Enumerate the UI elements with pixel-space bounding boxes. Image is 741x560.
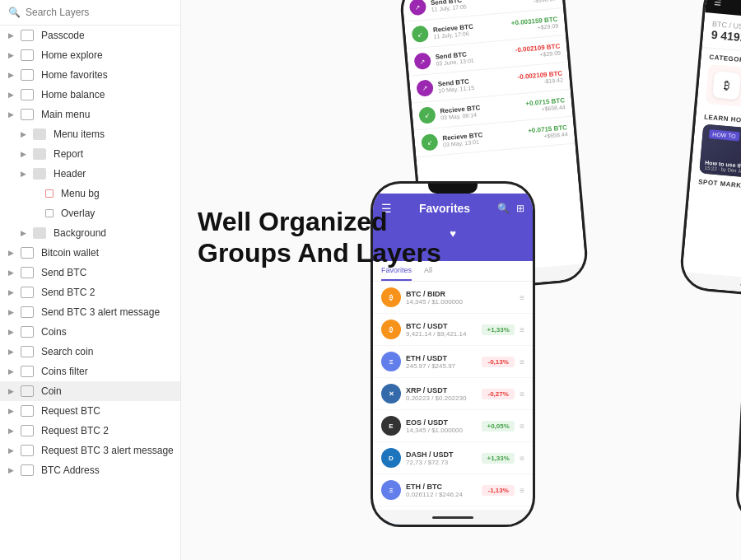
layer-item-menu-items[interactable]: ▶Menu items [0, 124, 180, 144]
coin-menu-icon[interactable]: ≡ [520, 293, 524, 302]
chevron-icon: ▶ [21, 130, 29, 138]
layer-item-coins-filter[interactable]: ▶Coins filter [0, 362, 180, 381]
layer-item-header[interactable]: ▶Header [0, 164, 180, 184]
layer-label: Bitcoin wallet [41, 247, 99, 259]
layer-label: Background [54, 227, 106, 239]
layer-item-main-menu[interactable]: ▶Main menu [0, 105, 180, 124]
layer-label: Overlay [61, 208, 95, 219]
layer-item-btc-address[interactable]: ▶BTC Address [0, 460, 180, 480]
layer-item-passcode[interactable]: ▶Passcode [0, 26, 180, 45]
layer-item-home-favorites[interactable]: ▶Home favorites [0, 65, 180, 85]
layers-panel: 🔍 ▶Passcode▶Home explore▶Home favorites▶… [0, 0, 181, 560]
layer-phone-icon [21, 464, 34, 476]
chevron-icon: ▶ [8, 407, 16, 415]
phone-mockup-4: ☰ Favorites ✓ Account balance $22 490.00… [734, 276, 741, 530]
layer-phone-icon [21, 445, 34, 456]
layer-folder-icon [33, 168, 46, 180]
layer-item-menu-bg[interactable]: Menu bg [0, 184, 180, 203]
coin-menu-icon[interactable]: ≡ [520, 325, 524, 334]
layer-item-send-btc[interactable]: ▶Send BTC [0, 263, 180, 282]
chevron-icon: ▶ [8, 51, 16, 59]
layer-item-bitcoin-wallet[interactable]: ▶Bitcoin wallet [0, 243, 180, 263]
fav-icons: 🔍 ⊞ [497, 203, 524, 214]
coin-logo: ✕ [381, 384, 401, 404]
coin-pair: DASH / USDT [406, 450, 477, 459]
chevron-icon: ▶ [8, 71, 16, 79]
layer-label: Request BTC [41, 405, 100, 417]
coin-pair: XRP / USDT [406, 386, 477, 394]
chevron-icon: ▶ [21, 150, 29, 158]
layer-item-request-btc[interactable]: ▶Request BTC [0, 401, 180, 421]
layer-label: Menu items [54, 128, 105, 140]
coin-item: ₿ BTC / BIDR 14,345 / $1.000000 ≡ [373, 282, 533, 314]
chevron-icon: ▶ [21, 170, 29, 178]
coin-menu-icon[interactable]: ≡ [520, 357, 524, 366]
tx-amount: -0.002109 BTC -$19.42 [517, 70, 563, 87]
hamburger-icon-3[interactable]: ☰ [714, 0, 722, 7]
coin-menu-icon[interactable]: ≡ [520, 454, 524, 463]
grid-icon-fav[interactable]: ⊞ [516, 203, 524, 214]
coin-price: 14,345 / $1.000000 [406, 427, 477, 434]
layer-item-search-coin[interactable]: ▶Search coin [0, 342, 180, 362]
home-indicator-2 [432, 516, 473, 519]
layer-item-overlay[interactable]: Overlay [0, 203, 180, 223]
category-card: ₿ Exchange Crypto asset exchange [706, 64, 741, 116]
coin-pair: EOS / USDT [406, 418, 477, 427]
search-icon: 🔍 [8, 7, 21, 18]
layer-item-background[interactable]: ▶Background [0, 223, 180, 243]
tx-amount: -0.043010 BTC -$396.07 [510, 0, 557, 6]
phone-screen-4: ☰ Favorites ✓ Account balance $22 490.00… [737, 279, 741, 529]
tx-info: Send BTC 10 May, 11:15 [437, 74, 513, 94]
coin-menu-icon[interactable]: ≡ [520, 390, 524, 399]
tx-icon: ↗ [413, 52, 431, 70]
search-icon-fav[interactable]: 🔍 [497, 203, 510, 214]
layer-phone-icon [21, 89, 34, 100]
tx-usd: -$396.07 [510, 0, 556, 6]
chevron-icon: ▶ [8, 367, 16, 376]
coin-menu-icon[interactable]: ≡ [520, 422, 524, 431]
layer-item-coins[interactable]: ▶Coins [0, 322, 180, 342]
layer-item-request-btc-2[interactable]: ▶Request BTC 2 [0, 421, 180, 441]
layer-item-coin[interactable]: ▶Coin [0, 381, 180, 401]
coin-logo: ₿ [381, 320, 401, 339]
layer-item-home-balance[interactable]: ▶Home balance [0, 85, 180, 105]
tx-info: Recieve BTC 03 May, 08:14 [440, 100, 521, 120]
coin-change: +1,33% [482, 453, 515, 464]
layer-phone-icon [21, 385, 34, 397]
headline: Well Organized Groups And Layers [198, 206, 441, 269]
layer-item-home-explore[interactable]: ▶Home explore [0, 45, 180, 65]
layer-label: Home balance [41, 89, 105, 100]
cat-icon: ₿ [712, 71, 741, 100]
chevron-icon: ▶ [8, 427, 16, 435]
search-bar[interactable]: 🔍 [0, 0, 180, 26]
layer-item-request-btc-3[interactable]: ▶Request BTC 3 alert message [0, 441, 180, 460]
main-content: Well Organized Groups And Layers ↗ Send … [181, 0, 741, 560]
tx-amount: -0.002109 BTC +$29.09 [515, 43, 561, 60]
coin-info: ETH / USDT 245.97 / $245.97 [406, 354, 477, 370]
tx-amount: +0.0715 BTC +$658.44 [525, 96, 566, 113]
coin-logo: E [381, 416, 401, 436]
layer-item-send-btc-3[interactable]: ▶Send BTC 3 alert message [0, 302, 180, 322]
headline-line1: Well Organized [198, 207, 388, 236]
coin-pair: ETH / BTC [406, 483, 477, 491]
coin-item: Ξ ETH / USDT 245.97 / $245.97 -0,13% ≡ [373, 346, 533, 378]
layer-label: Coins [41, 326, 67, 338]
layer-folder-icon [33, 148, 46, 160]
layers-list: ▶Passcode▶Home explore▶Home favorites▶Ho… [0, 26, 180, 560]
layer-phone-icon [21, 425, 34, 436]
phone-screen-3: ☰ 💰 BTC / USDT 9 419.78 CATEGORIES ₿ Exc… [681, 0, 741, 301]
layer-phone-icon [21, 267, 34, 278]
layer-label: Menu bg [61, 188, 100, 199]
tx-icon: ↙ [418, 106, 436, 124]
coin-change: -1,13% [482, 485, 515, 496]
bottom-nav-3 [681, 272, 741, 301]
layer-phone-icon [21, 326, 34, 338]
search-input[interactable] [26, 7, 172, 18]
layer-item-send-btc-2[interactable]: ▶Send BTC 2 [0, 282, 180, 302]
coin-menu-icon[interactable]: ≡ [520, 486, 524, 495]
layer-label: Home explore [41, 49, 103, 61]
layer-label: Passcode [41, 30, 85, 41]
fav-heart: ♥ [441, 222, 464, 245]
chevron-icon: ▶ [8, 288, 16, 296]
layer-item-report[interactable]: ▶Report [0, 144, 180, 164]
